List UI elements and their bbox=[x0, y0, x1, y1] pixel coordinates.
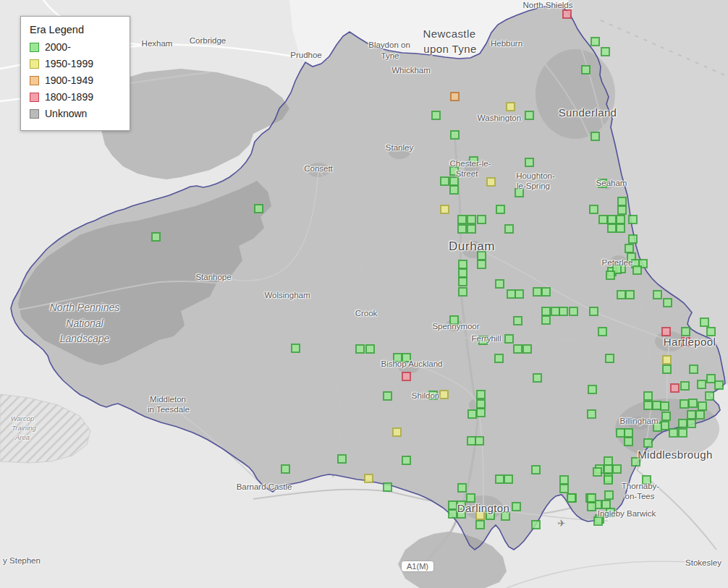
era-marker[interactable] bbox=[678, 428, 687, 438]
era-marker[interactable] bbox=[428, 391, 438, 400]
era-marker[interactable] bbox=[643, 438, 653, 448]
era-marker[interactable] bbox=[533, 373, 542, 383]
era-marker[interactable] bbox=[439, 390, 449, 399]
era-marker[interactable] bbox=[604, 475, 613, 485]
era-marker[interactable] bbox=[531, 520, 541, 529]
era-marker[interactable] bbox=[504, 334, 514, 344]
era-marker[interactable] bbox=[601, 47, 610, 56]
era-marker[interactable] bbox=[506, 102, 515, 111]
era-marker[interactable] bbox=[663, 298, 672, 307]
era-marker[interactable] bbox=[591, 132, 600, 141]
era-marker[interactable] bbox=[457, 483, 467, 493]
era-marker[interactable] bbox=[486, 511, 495, 520]
era-marker[interactable] bbox=[581, 65, 591, 74]
era-marker[interactable] bbox=[467, 224, 476, 234]
era-marker[interactable] bbox=[697, 380, 706, 389]
era-marker[interactable] bbox=[631, 457, 640, 466]
era-marker[interactable] bbox=[662, 365, 672, 374]
era-marker[interactable] bbox=[512, 502, 521, 511]
era-marker[interactable] bbox=[588, 385, 597, 394]
era-marker[interactable] bbox=[587, 502, 596, 511]
era-marker[interactable] bbox=[562, 9, 572, 19]
era-marker[interactable] bbox=[457, 509, 466, 519]
era-marker[interactable] bbox=[477, 215, 486, 224]
era-marker[interactable] bbox=[467, 409, 477, 419]
era-marker[interactable] bbox=[281, 464, 290, 474]
era-marker[interactable] bbox=[525, 158, 534, 167]
era-marker[interactable] bbox=[486, 177, 496, 187]
era-marker[interactable] bbox=[475, 436, 484, 446]
era-marker[interactable] bbox=[477, 260, 486, 269]
era-marker[interactable] bbox=[593, 467, 602, 477]
era-marker[interactable] bbox=[449, 185, 459, 195]
era-marker[interactable] bbox=[695, 410, 705, 419]
era-marker[interactable] bbox=[670, 383, 680, 393]
era-marker[interactable] bbox=[467, 215, 476, 224]
era-marker[interactable] bbox=[515, 188, 524, 197]
era-marker[interactable] bbox=[496, 205, 505, 214]
era-marker[interactable] bbox=[706, 327, 716, 336]
era-marker[interactable] bbox=[440, 176, 449, 186]
era-marker[interactable] bbox=[402, 353, 411, 362]
era-marker[interactable] bbox=[469, 156, 478, 166]
map-canvas[interactable]: Newcastleupon TyneSunderlandDurhamHartle… bbox=[0, 0, 728, 588]
era-marker[interactable] bbox=[612, 464, 622, 474]
era-marker[interactable] bbox=[589, 205, 598, 214]
era-marker[interactable] bbox=[616, 223, 625, 233]
era-marker[interactable] bbox=[449, 315, 459, 325]
era-marker[interactable] bbox=[653, 290, 662, 299]
era-marker[interactable] bbox=[501, 511, 510, 521]
era-marker[interactable] bbox=[559, 484, 569, 493]
era-marker[interactable] bbox=[476, 408, 486, 417]
era-marker[interactable] bbox=[541, 287, 551, 297]
era-marker[interactable] bbox=[458, 277, 467, 286]
era-marker[interactable] bbox=[457, 224, 467, 234]
era-marker[interactable] bbox=[687, 419, 696, 428]
era-marker[interactable] bbox=[541, 315, 551, 325]
era-marker[interactable] bbox=[458, 287, 467, 297]
era-marker[interactable] bbox=[383, 391, 392, 401]
era-marker[interactable] bbox=[440, 205, 449, 214]
era-marker[interactable] bbox=[383, 482, 392, 492]
era-marker[interactable] bbox=[681, 337, 690, 346]
era-marker[interactable] bbox=[475, 520, 485, 529]
era-marker[interactable] bbox=[402, 372, 411, 381]
era-marker[interactable] bbox=[653, 422, 662, 432]
era-marker[interactable] bbox=[591, 37, 600, 46]
era-marker[interactable] bbox=[598, 327, 607, 336]
era-marker[interactable] bbox=[254, 204, 263, 213]
era-marker[interactable] bbox=[476, 390, 486, 399]
era-marker[interactable] bbox=[625, 290, 635, 299]
era-marker[interactable] bbox=[291, 344, 300, 353]
era-marker[interactable] bbox=[531, 465, 541, 474]
era-marker[interactable] bbox=[449, 166, 459, 176]
era-marker[interactable] bbox=[643, 391, 653, 401]
era-marker[interactable] bbox=[337, 454, 347, 464]
era-marker[interactable] bbox=[606, 508, 615, 517]
era-marker[interactable] bbox=[569, 307, 578, 316]
era-marker[interactable] bbox=[598, 179, 607, 188]
era-marker[interactable] bbox=[628, 234, 638, 244]
era-marker[interactable] bbox=[513, 344, 522, 354]
era-marker[interactable] bbox=[604, 490, 614, 500]
era-marker[interactable] bbox=[681, 327, 690, 336]
era-marker[interactable] bbox=[567, 493, 576, 503]
era-marker[interactable] bbox=[680, 381, 690, 391]
era-marker[interactable] bbox=[515, 289, 524, 299]
era-marker[interactable] bbox=[624, 437, 633, 446]
era-marker[interactable] bbox=[495, 279, 504, 289]
era-marker[interactable] bbox=[714, 380, 724, 390]
era-marker[interactable] bbox=[466, 493, 475, 503]
era-marker[interactable] bbox=[705, 391, 714, 401]
era-marker[interactable] bbox=[151, 232, 161, 242]
era-marker[interactable] bbox=[475, 511, 485, 520]
era-marker[interactable] bbox=[660, 401, 669, 411]
era-marker[interactable] bbox=[402, 456, 411, 465]
era-marker[interactable] bbox=[593, 516, 603, 526]
era-marker[interactable] bbox=[559, 307, 568, 316]
era-marker[interactable] bbox=[589, 307, 598, 316]
era-marker[interactable] bbox=[700, 318, 709, 327]
era-marker[interactable] bbox=[661, 412, 671, 421]
era-marker[interactable] bbox=[661, 327, 671, 336]
era-marker[interactable] bbox=[525, 111, 534, 120]
